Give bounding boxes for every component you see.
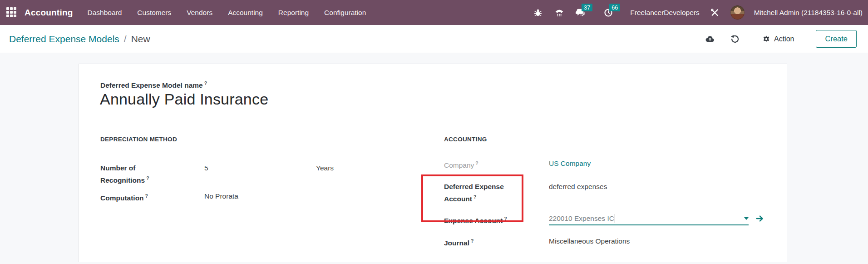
- field-label: Deferred Expense Account?: [444, 181, 522, 204]
- activity-badge: 66: [609, 4, 620, 12]
- field-row-computation: Computation? No Prorata: [100, 191, 424, 203]
- field-value-period-unit[interactable]: Years: [316, 163, 424, 173]
- field-row-number-of-recognitions: Number of Recognitions? 5 Years: [100, 163, 424, 185]
- create-button[interactable]: Create: [816, 30, 857, 48]
- phone-icon[interactable]: [553, 7, 565, 19]
- depreciation-rows: Number of Recognitions? 5 Years Computat…: [100, 147, 424, 203]
- systray: 37 66 FreelancerDevelopers Mitchell Admi…: [532, 5, 863, 20]
- field-label: Computation?: [100, 191, 178, 203]
- menu-dashboard[interactable]: Dashboard: [88, 9, 122, 17]
- section-title: DEPRECIATION METHOD: [100, 136, 424, 147]
- control-panel-buttons: Action Create: [702, 30, 857, 48]
- field-value-journal[interactable]: Miscellaneous Operations: [549, 236, 768, 246]
- breadcrumb: Deferred Expense Models / New: [9, 34, 150, 45]
- control-panel: Deferred Expense Models / New: [0, 25, 868, 53]
- undo-icon[interactable]: [727, 31, 742, 47]
- chat-badge: 37: [582, 4, 592, 12]
- company-switcher[interactable]: FreelancerDevelopers: [630, 9, 700, 17]
- section-accounting: ACCOUNTING Company? US Company Deferred …: [444, 136, 768, 249]
- tools-icon[interactable]: [709, 7, 721, 19]
- form-sheet: Deferred Expense Model name? Annually Pa…: [79, 64, 787, 262]
- field-value-computation[interactable]: No Prorata: [204, 191, 316, 201]
- help-marker: ?: [504, 216, 507, 221]
- menu-accounting[interactable]: Accounting: [228, 9, 263, 17]
- help-marker: ?: [145, 193, 148, 199]
- section-title: ACCOUNTING: [444, 136, 768, 147]
- field-expense-account-widget: 220010 Expenses IC: [549, 214, 768, 225]
- breadcrumb-parent[interactable]: Deferred Expense Models: [9, 34, 119, 45]
- expense-account-input-text: 220010 Expenses IC: [549, 214, 614, 223]
- main-menu: Dashboard Customers Vendors Accounting R…: [88, 9, 366, 17]
- model-name-label: Deferred Expense Model name?: [100, 80, 207, 90]
- field-value-deferred-expense-account[interactable]: deferred expenses: [549, 181, 768, 192]
- bug-icon[interactable]: [532, 7, 544, 19]
- help-marker: ?: [204, 80, 207, 86]
- model-name-value[interactable]: Annually Paid Insurance: [100, 90, 268, 108]
- help-marker: ?: [471, 238, 473, 244]
- field-row-expense-account: Expense Account? 220010 Expenses IC: [444, 214, 768, 226]
- chat-icon[interactable]: 37: [575, 7, 587, 19]
- cloud-upload-icon[interactable]: [702, 31, 718, 47]
- text-cursor: [615, 214, 615, 223]
- field-label: Number of Recognitions?: [100, 163, 178, 185]
- top-navbar: Accounting Dashboard Customers Vendors A…: [0, 0, 868, 25]
- accounting-rows: Company? US Company Deferred Expense Acc…: [444, 147, 768, 249]
- apps-grid-icon[interactable]: [6, 7, 17, 18]
- field-label: Journal?: [444, 236, 522, 248]
- help-marker: ?: [475, 160, 478, 166]
- menu-vendors[interactable]: Vendors: [187, 9, 212, 17]
- menu-customers[interactable]: Customers: [137, 9, 171, 17]
- breadcrumb-current: New: [131, 34, 150, 45]
- menu-configuration[interactable]: Configuration: [324, 9, 366, 17]
- activity-clock-icon[interactable]: 66: [602, 7, 614, 19]
- field-value-company[interactable]: US Company: [549, 158, 768, 169]
- app-brand[interactable]: Accounting: [25, 8, 73, 18]
- internal-link-arrow-icon[interactable]: [755, 214, 764, 223]
- action-label: Action: [774, 35, 794, 43]
- expense-account-input[interactable]: 220010 Expenses IC: [549, 214, 749, 225]
- help-marker: ?: [146, 175, 149, 181]
- avatar[interactable]: [730, 5, 745, 20]
- field-label: Expense Account?: [444, 214, 522, 226]
- user-menu[interactable]: Mitchell Admin (21184353-16-0-all): [754, 9, 863, 17]
- action-menu[interactable]: Action: [762, 35, 794, 43]
- odoo-accounting-screen: Accounting Dashboard Customers Vendors A…: [0, 0, 868, 264]
- help-marker: ?: [473, 194, 476, 199]
- field-value-number-of-recognitions[interactable]: 5: [204, 163, 316, 173]
- field-row-journal: Journal? Miscellaneous Operations: [444, 236, 768, 248]
- field-row-deferred-expense-account: Deferred Expense Account? deferred expen…: [444, 181, 768, 204]
- field-row-company: Company? US Company: [444, 158, 768, 170]
- menu-reporting[interactable]: Reporting: [278, 9, 309, 17]
- field-label: Company?: [444, 158, 522, 170]
- breadcrumb-separator: /: [124, 34, 127, 45]
- dropdown-caret-icon[interactable]: [744, 217, 749, 220]
- gear-icon: [762, 35, 770, 43]
- section-depreciation-method: DEPRECIATION METHOD Number of Recognitio…: [100, 136, 424, 203]
